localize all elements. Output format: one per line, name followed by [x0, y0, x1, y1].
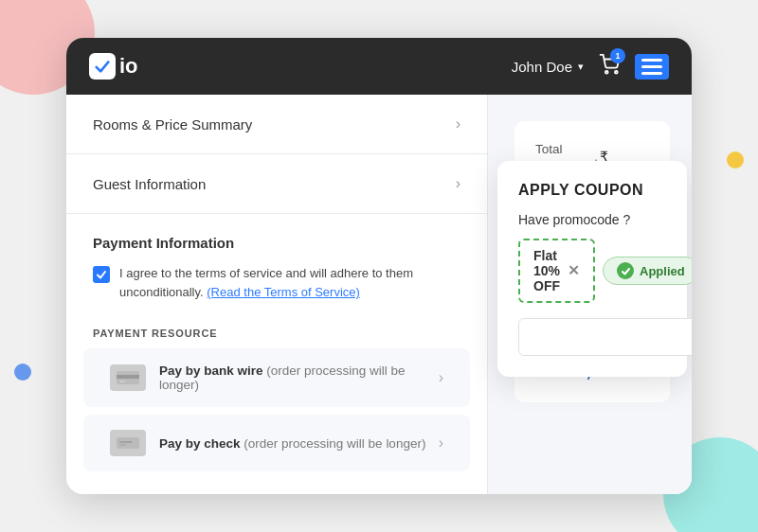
- bank-wire-option[interactable]: Pay by bank wire (order processing will …: [83, 348, 470, 407]
- payment-resource-title: PAYMENT RESOURCE: [66, 328, 487, 339]
- user-name: John Doe: [512, 59, 572, 75]
- check-chevron-icon: ›: [439, 434, 443, 452]
- promo-label: Have promocode ?: [518, 212, 666, 227]
- left-panel: Rooms & Price Summary › Guest Informatio…: [66, 95, 488, 494]
- svg-point-0: [605, 71, 608, 74]
- navbar-user[interactable]: John Doe ▾: [512, 59, 584, 75]
- coupon-tag: Flat 10% OFF ✕: [518, 239, 595, 303]
- coupon-popup: APPLY COUPON Have promocode ? Flat 10% O…: [497, 161, 687, 377]
- main-window: io John Doe ▾ 1: [66, 38, 692, 494]
- bank-wire-left: Pay by bank wire (order processing will …: [110, 364, 439, 392]
- guest-accordion-header[interactable]: Guest Information ›: [66, 154, 487, 213]
- coupon-input[interactable]: [518, 318, 692, 356]
- coupon-tag-text: Flat 10% OFF: [533, 248, 560, 293]
- bank-wire-icon: [110, 364, 146, 391]
- right-panel: Total rooms cost (tax incl) ₹ 2,812.50 C…: [488, 95, 692, 494]
- guest-accordion: Guest Information ›: [66, 154, 487, 214]
- coupon-applied-row: Flat 10% OFF ✕ Applied: [518, 239, 666, 303]
- navbar-right: John Doe ▾ 1: [512, 54, 669, 80]
- guest-accordion-label: Guest Information: [93, 176, 206, 192]
- applied-badge: Applied: [603, 257, 692, 285]
- terms-row: I agree to the terms of service and will…: [93, 264, 460, 301]
- payment-info-title: Payment Information: [93, 235, 460, 251]
- coupon-remove-button[interactable]: ✕: [568, 262, 580, 279]
- blob-yellow: [727, 151, 744, 168]
- svg-rect-5: [117, 437, 139, 449]
- check-option[interactable]: Pay by check (order processing will be l…: [83, 415, 470, 471]
- logo-text: io: [119, 54, 138, 79]
- check-text: Pay by check (order processing will be l…: [159, 436, 425, 451]
- svg-point-1: [615, 71, 618, 74]
- check-left: Pay by check (order processing will be l…: [110, 430, 425, 456]
- cart-button[interactable]: 1: [599, 54, 620, 79]
- applied-label: Applied: [640, 264, 685, 278]
- guest-chevron-icon: ›: [456, 175, 460, 192]
- rooms-chevron-icon: ›: [456, 115, 460, 133]
- payment-info-section: Payment Information I agree to the terms…: [66, 214, 487, 328]
- svg-rect-4: [119, 381, 125, 382]
- new-coupon-row: Apply: [518, 318, 666, 356]
- cart-badge: 1: [610, 48, 625, 63]
- hamburger-menu-button[interactable]: [635, 54, 669, 80]
- dropdown-arrow-icon: ▾: [578, 61, 584, 73]
- logo: io: [89, 53, 138, 80]
- logo-check-icon: [89, 53, 116, 80]
- bank-wire-text: Pay by bank wire (order processing will …: [159, 364, 439, 392]
- rooms-accordion-label: Rooms & Price Summary: [93, 116, 252, 133]
- bank-wire-chevron-icon: ›: [439, 369, 443, 386]
- coupon-title: APPLY COUPON: [518, 182, 666, 199]
- rooms-accordion: Rooms & Price Summary ›: [66, 95, 487, 154]
- terms-checkbox[interactable]: [93, 266, 110, 283]
- svg-rect-3: [117, 375, 139, 379]
- navbar: io John Doe ▾ 1: [66, 38, 692, 95]
- terms-text: I agree to the terms of service and will…: [119, 264, 460, 301]
- rooms-accordion-header[interactable]: Rooms & Price Summary ›: [66, 95, 487, 153]
- applied-check-icon: [617, 262, 634, 279]
- content-area: Rooms & Price Summary › Guest Informatio…: [66, 95, 692, 494]
- blob-blue: [14, 364, 31, 381]
- terms-link[interactable]: (Read the Terms of Service): [207, 285, 360, 299]
- check-icon: [110, 430, 146, 456]
